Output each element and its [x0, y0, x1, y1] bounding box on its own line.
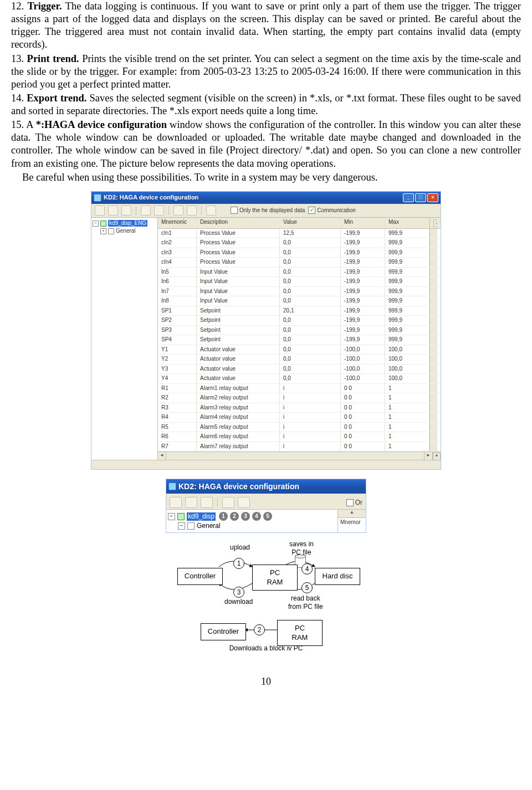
minimize-button[interactable]: _: [403, 193, 414, 202]
table-row[interactable]: R6Alarm6 relay outputi0 01: [158, 432, 441, 442]
download-label: download: [224, 598, 253, 606]
status-bar: [91, 460, 441, 469]
controller-box: Controller: [201, 623, 246, 640]
page-number: 10: [11, 675, 521, 688]
data-grid: Mnemonic Description Value Min Max ▲ cIn…: [158, 218, 441, 460]
diagram-caption: Downloads a block iv PC: [166, 644, 366, 653]
only-displayed-checkbox[interactable]: Or: [346, 499, 362, 507]
separator: [136, 206, 136, 215]
table-row[interactable]: In7Input Value0,0-199,9999,9: [158, 287, 441, 297]
item-num: 12.: [11, 1, 24, 12]
window-title: KD2: HAGA device configuration: [178, 482, 299, 492]
table-row[interactable]: SP3Setpoint0,0-199,9999,9: [158, 326, 441, 336]
table-row[interactable]: Y1Actuator value0,0-100,0100,0: [158, 345, 441, 355]
data-flow-diagram: upload saves in PC file Controller PC RA…: [166, 540, 366, 612]
table-row[interactable]: R2Alarm2 relay outputi0 01: [158, 393, 441, 403]
tree-child[interactable]: General: [197, 522, 221, 530]
window-titlebar[interactable]: KD2: HAGA device configuration _ □ ×: [91, 192, 441, 204]
toolbar: Only the he displayed data Communication: [91, 204, 441, 218]
table-row[interactable]: cIn1Process Value12,5-199,9999,9: [158, 229, 441, 239]
toolbar-sheet-icon[interactable]: [206, 206, 216, 216]
toolbar-copy-icon[interactable]: [222, 497, 234, 508]
hard-disc-box: Hard disc: [315, 568, 360, 584]
pc-ram-box: PC RAM: [277, 620, 323, 646]
app-icon: [94, 194, 101, 202]
item-title: Print trend.: [27, 53, 79, 64]
horizontal-scrollbar[interactable]: ◄► ▼: [158, 452, 441, 460]
item-title: Export trend.: [27, 93, 86, 104]
pc-ram-box: PC RAM: [252, 565, 298, 591]
list-item-14: 14. Export trend. Saves the selected seg…: [11, 92, 521, 117]
badge-2: 2: [254, 624, 265, 635]
toolbar-down-icon[interactable]: [187, 206, 197, 216]
tree-child[interactable]: General: [116, 228, 136, 235]
toolbar-up-icon[interactable]: [173, 206, 183, 216]
toolbar-paste-icon[interactable]: [154, 206, 164, 216]
window-titlebar[interactable]: KD2: HAGA device configuration: [166, 479, 366, 494]
maximize-button[interactable]: □: [415, 193, 426, 202]
toolbar-open-icon[interactable]: [95, 206, 105, 216]
item-text: Saves the selected segment (visible on t…: [11, 93, 521, 116]
config-window-zoom: KD2: HAGA device configuration Or − kd9_…: [166, 479, 366, 532]
table-row[interactable]: SP1Setpoint20,1-199,9999,9: [158, 306, 441, 316]
controller-box: Controller: [177, 568, 223, 584]
mnemonic-header: Mnemor: [338, 518, 366, 527]
readback-label: read back from PC file: [288, 594, 323, 611]
toolbar-copy-icon[interactable]: [141, 206, 151, 216]
only-displayed-checkbox[interactable]: Only the he displayed data: [231, 207, 305, 214]
toolbar-save-icon[interactable]: [185, 497, 197, 508]
table-row[interactable]: In8Input Value0,0-199,9999,9: [158, 296, 441, 306]
communication-checkbox[interactable]: Communication: [308, 207, 355, 214]
table-row[interactable]: R5Alarm5 relay outputi0 01: [158, 423, 441, 433]
warning-text: Be careful when using these possibilitie…: [11, 171, 521, 184]
toolbar-print-icon[interactable]: [121, 206, 131, 216]
table-row[interactable]: Y4Actuator value0,0-100,0100,0: [158, 374, 441, 384]
item-text: The data logging is continuous. If you w…: [11, 1, 521, 50]
table-row[interactable]: R4Alarm4 relay outputi0 01: [158, 413, 441, 423]
list-item-15: 15. A *:HAGA device configuration window…: [11, 119, 521, 170]
table-row[interactable]: R7Alarm7 relay outputi0 01: [158, 442, 441, 452]
tree-root[interactable]: kd9_disp_ENG: [108, 220, 147, 227]
badge-3: 3: [233, 587, 244, 598]
table-row[interactable]: cIn3Process Value0,0-199,9999,9: [158, 248, 441, 258]
table-row[interactable]: Y3Actuator value0,0-100,0100,0: [158, 365, 441, 375]
toolbar-paste-icon[interactable]: [238, 497, 250, 508]
scroll-up-icon[interactable]: ▲: [338, 510, 366, 518]
scroll-up-icon[interactable]: ▲: [433, 219, 437, 227]
item-num: 15.: [11, 119, 24, 130]
download-block-diagram: Controller 2 PC RAM Downloads a block iv…: [166, 618, 366, 656]
scroll-down-icon[interactable]: ▼: [433, 453, 441, 460]
separator: [217, 498, 218, 507]
table-row[interactable]: Y2Actuator value0,0-100,0100,0: [158, 355, 441, 365]
list-item-12: 12. Trigger. The data logging is continu…: [11, 0, 521, 52]
close-button[interactable]: ×: [427, 193, 438, 202]
upload-label: upload: [230, 543, 250, 552]
table-row[interactable]: SP4Setpoint0,0-199,9999,9: [158, 335, 441, 345]
badge-1: 1: [233, 558, 244, 569]
tree-panel[interactable]: − kd9_disp 1 2 3 4 5 − General: [166, 510, 337, 532]
separator: [168, 206, 169, 215]
separator: [201, 206, 202, 215]
item-text: Prints the visible trend on the set prin…: [11, 53, 521, 90]
tree-panel[interactable]: −kd9_disp_ENG +General: [91, 218, 158, 460]
item-num: 13.: [11, 53, 24, 64]
table-row[interactable]: In5Input Value0,0-199,9999,9: [158, 268, 441, 278]
table-row[interactable]: cIn4Process Value0,0-199,9999,9: [158, 258, 441, 268]
table-row[interactable]: cIn2Process Value0,0-199,9999,9: [158, 238, 441, 248]
toolbar-open-icon[interactable]: [170, 497, 182, 508]
toolbar-save-icon[interactable]: [108, 206, 118, 216]
toolbar-print-icon[interactable]: [201, 497, 213, 508]
badge-4: 4: [301, 563, 313, 574]
table-row[interactable]: R3Alarm3 relay outputi0 01: [158, 403, 441, 413]
item-num: 14.: [11, 93, 24, 104]
list-item-13: 13. Print trend. Prints the visible tren…: [11, 53, 521, 91]
table-row[interactable]: SP2Setpoint0,0-199,9999,9: [158, 316, 441, 326]
table-row[interactable]: In6Input Value0,0-199,9999,9: [158, 277, 441, 287]
badge-row: 1 2 3 4 5: [219, 512, 272, 521]
config-window: KD2: HAGA device configuration _ □ × Onl…: [91, 192, 441, 470]
window-title: KD2: HAGA device configuration: [104, 194, 198, 202]
toolbar: Or: [166, 494, 366, 510]
table-row[interactable]: R1Alarm1 relay outputi0 01: [158, 384, 441, 394]
grid-header: Mnemonic Description Value Min Max ▲: [158, 218, 441, 229]
tree-root[interactable]: kd9_disp: [187, 512, 216, 521]
